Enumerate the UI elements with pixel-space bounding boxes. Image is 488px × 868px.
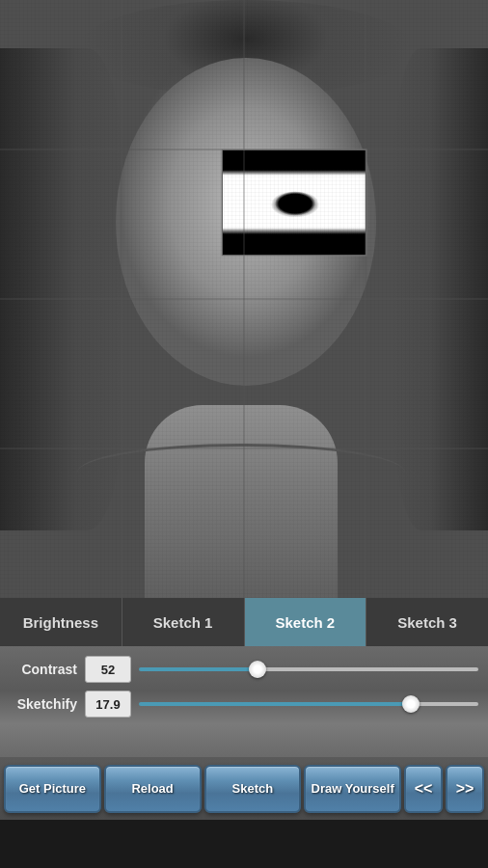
tab-brightness[interactable]: Brightness <box>0 598 122 646</box>
texture-overlay <box>0 0 488 598</box>
sketch-button[interactable]: Sketch <box>204 765 302 813</box>
next-button[interactable]: >> <box>446 765 484 813</box>
sketchify-row: Sketchify 17.9 <box>10 691 478 718</box>
tab-sketch3[interactable]: Sketch 3 <box>366 598 488 646</box>
sketchify-slider-thumb[interactable] <box>402 695 420 713</box>
contrast-slider-thumb[interactable] <box>249 661 266 678</box>
sketchify-value[interactable]: 17.9 <box>85 691 131 718</box>
prev-button[interactable]: << <box>404 765 443 813</box>
get-picture-button[interactable]: Get Picture <box>4 765 101 813</box>
sketchify-slider-container[interactable] <box>139 694 478 714</box>
sketchify-slider-track <box>139 702 478 706</box>
contrast-value[interactable]: 52 <box>85 656 131 683</box>
image-canvas <box>0 0 488 598</box>
tab-sketch1[interactable]: Sketch 1 <box>122 598 245 646</box>
tabs-container: Brightness Sketch 1 Sketch 2 Sketch 3 <box>0 598 488 646</box>
contrast-slider-track <box>139 667 478 671</box>
tab-sketch2[interactable]: Sketch 2 <box>245 598 367 646</box>
sketchify-label: Sketchify <box>10 696 77 712</box>
buttons-panel: Get Picture Reload Sketch Draw Yourself … <box>0 757 488 820</box>
contrast-slider-container[interactable] <box>139 660 478 679</box>
contrast-label: Contrast <box>10 662 77 677</box>
draw-yourself-button[interactable]: Draw Yourself <box>304 765 401 813</box>
reload-button[interactable]: Reload <box>104 765 202 813</box>
controls-panel: Contrast 52 Sketchify 17.9 <box>0 646 488 757</box>
contrast-row: Contrast 52 <box>10 656 478 683</box>
